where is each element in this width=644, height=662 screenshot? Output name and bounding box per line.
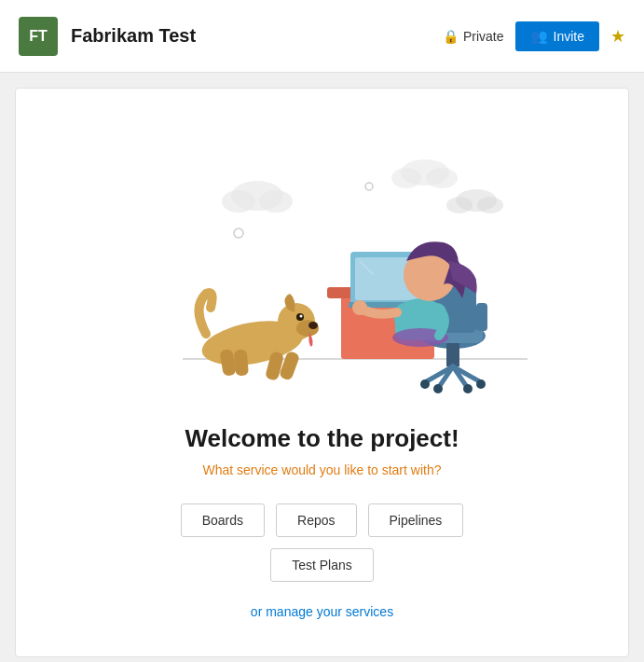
- star-icon: ★: [610, 27, 625, 46]
- svg-point-1: [222, 190, 255, 213]
- svg-point-8: [477, 197, 503, 214]
- svg-point-29: [463, 384, 473, 393]
- boards-button[interactable]: Boards: [181, 503, 265, 537]
- svg-rect-21: [446, 343, 459, 366]
- private-button[interactable]: 🔒 Private: [443, 29, 504, 44]
- svg-point-7: [446, 197, 473, 214]
- invite-label: Invite: [554, 29, 584, 44]
- main-content: Welcome to the project! What service wou…: [15, 88, 629, 657]
- svg-point-35: [352, 300, 367, 315]
- project-title: Fabrikam Test: [71, 25, 443, 47]
- svg-point-10: [234, 228, 243, 238]
- svg-point-40: [308, 322, 318, 329]
- invite-icon: 👥: [530, 28, 548, 45]
- invite-button[interactable]: 👥 Invite: [515, 21, 599, 51]
- svg-rect-46: [233, 349, 248, 376]
- svg-point-4: [391, 168, 421, 188]
- service-buttons-row1: Boards Repos Pipelines: [181, 503, 464, 537]
- header-actions: 🔒 Private 👥 Invite ★: [443, 21, 625, 51]
- svg-point-27: [476, 379, 486, 389]
- svg-point-9: [365, 183, 373, 190]
- svg-rect-31: [476, 303, 487, 331]
- page-header: FT Fabrikam Test 🔒 Private 👥 Invite ★: [0, 0, 644, 73]
- svg-point-26: [420, 379, 430, 389]
- welcome-title: Welcome to the project!: [185, 424, 459, 453]
- private-label: Private: [463, 29, 504, 44]
- manage-services-link[interactable]: or manage your services: [251, 604, 393, 619]
- lock-icon: 🔒: [443, 29, 459, 44]
- favorite-button[interactable]: ★: [610, 26, 625, 47]
- pipelines-button[interactable]: Pipelines: [368, 503, 464, 537]
- svg-point-2: [259, 190, 293, 213]
- repos-button[interactable]: Repos: [276, 503, 356, 537]
- welcome-illustration: [89, 107, 555, 406]
- service-buttons-row2: Test Plans: [270, 548, 374, 582]
- svg-point-5: [426, 168, 458, 188]
- svg-point-42: [299, 315, 302, 318]
- avatar-initials: FT: [29, 28, 48, 45]
- project-avatar: FT: [19, 17, 58, 56]
- svg-point-28: [433, 384, 443, 393]
- welcome-subtitle: What service would you like to start wit…: [203, 462, 442, 477]
- test-plans-button[interactable]: Test Plans: [270, 548, 374, 582]
